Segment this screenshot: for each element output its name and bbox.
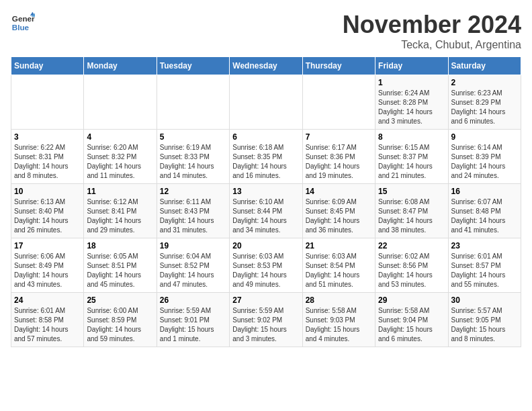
- calendar-cell: 22Sunrise: 6:02 AM Sunset: 8:56 PM Dayli…: [375, 238, 448, 293]
- day-number: 13: [232, 187, 299, 196]
- day-number: 20: [232, 241, 299, 250]
- day-number: 24: [14, 295, 81, 305]
- calendar-cell: 3Sunrise: 6:22 AM Sunset: 8:31 PM Daylig…: [11, 130, 84, 184]
- calendar-cell: 4Sunrise: 6:20 AM Sunset: 8:32 PM Daylig…: [84, 130, 157, 184]
- day-detail: Sunrise: 6:06 AM Sunset: 8:49 PM Dayligh…: [14, 252, 81, 289]
- day-number: 11: [87, 187, 153, 196]
- svg-text:Blue: Blue: [12, 23, 30, 32]
- day-detail: Sunrise: 6:14 AM Sunset: 8:39 PM Dayligh…: [451, 143, 518, 181]
- logo: General Blue: [11, 11, 35, 35]
- day-detail: Sunrise: 6:13 AM Sunset: 8:40 PM Dayligh…: [14, 197, 81, 235]
- day-detail: Sunrise: 6:24 AM Sunset: 8:28 PM Dayligh…: [378, 89, 445, 126]
- day-detail: Sunrise: 6:12 AM Sunset: 8:41 PM Dayligh…: [87, 197, 153, 235]
- day-number: 2: [451, 78, 518, 87]
- calendar-week-row: 24Sunrise: 6:01 AM Sunset: 8:58 PM Dayli…: [11, 293, 521, 347]
- day-number: 16: [451, 187, 518, 196]
- day-detail: Sunrise: 6:23 AM Sunset: 8:29 PM Dayligh…: [451, 89, 518, 126]
- calendar-cell: 30Sunrise: 5:57 AM Sunset: 9:05 PM Dayli…: [448, 293, 521, 347]
- day-detail: Sunrise: 6:22 AM Sunset: 8:31 PM Dayligh…: [14, 143, 81, 181]
- day-detail: Sunrise: 6:00 AM Sunset: 8:59 PM Dayligh…: [87, 306, 153, 344]
- calendar-cell: 2Sunrise: 6:23 AM Sunset: 8:29 PM Daylig…: [448, 75, 521, 130]
- calendar-cell: 10Sunrise: 6:13 AM Sunset: 8:40 PM Dayli…: [11, 184, 84, 238]
- weekday-header: Friday: [375, 57, 448, 75]
- day-detail: Sunrise: 6:17 AM Sunset: 8:36 PM Dayligh…: [306, 143, 372, 181]
- calendar-week-row: 3Sunrise: 6:22 AM Sunset: 8:31 PM Daylig…: [11, 130, 521, 184]
- logo-icon: General Blue: [11, 11, 35, 35]
- calendar-cell: 25Sunrise: 6:00 AM Sunset: 8:59 PM Dayli…: [84, 293, 157, 347]
- day-number: 17: [14, 241, 81, 250]
- calendar-cell: [302, 75, 375, 130]
- calendar-cell: 1Sunrise: 6:24 AM Sunset: 8:28 PM Daylig…: [375, 75, 448, 130]
- day-number: 15: [378, 187, 445, 196]
- day-number: 21: [306, 241, 372, 250]
- day-number: 23: [451, 241, 518, 250]
- day-detail: Sunrise: 5:57 AM Sunset: 9:05 PM Dayligh…: [451, 306, 518, 344]
- day-number: 29: [378, 295, 445, 305]
- calendar-cell: 5Sunrise: 6:19 AM Sunset: 8:33 PM Daylig…: [157, 130, 229, 184]
- day-number: 10: [14, 187, 81, 196]
- day-number: 4: [87, 132, 153, 142]
- calendar-cell: 28Sunrise: 5:58 AM Sunset: 9:03 PM Dayli…: [302, 293, 375, 347]
- calendar-cell: 18Sunrise: 6:05 AM Sunset: 8:51 PM Dayli…: [84, 238, 157, 293]
- day-detail: Sunrise: 5:59 AM Sunset: 9:01 PM Dayligh…: [160, 306, 226, 344]
- day-detail: Sunrise: 6:11 AM Sunset: 8:43 PM Dayligh…: [160, 197, 226, 235]
- calendar-cell: [230, 75, 302, 130]
- month-title: November 2024: [343, 11, 521, 39]
- day-number: 7: [306, 132, 372, 142]
- day-detail: Sunrise: 6:09 AM Sunset: 8:45 PM Dayligh…: [306, 197, 372, 235]
- day-number: 9: [451, 132, 518, 142]
- day-detail: Sunrise: 6:20 AM Sunset: 8:32 PM Dayligh…: [87, 143, 153, 181]
- calendar-cell: 13Sunrise: 6:10 AM Sunset: 8:44 PM Dayli…: [230, 184, 302, 238]
- weekday-header: Monday: [84, 57, 157, 75]
- day-detail: Sunrise: 6:01 AM Sunset: 8:58 PM Dayligh…: [14, 306, 81, 344]
- calendar-header: SundayMondayTuesdayWednesdayThursdayFrid…: [11, 57, 521, 75]
- calendar-cell: 6Sunrise: 6:18 AM Sunset: 8:35 PM Daylig…: [230, 130, 302, 184]
- weekday-header: Tuesday: [157, 57, 229, 75]
- day-detail: Sunrise: 6:15 AM Sunset: 8:37 PM Dayligh…: [378, 143, 445, 181]
- day-detail: Sunrise: 5:58 AM Sunset: 9:04 PM Dayligh…: [378, 306, 445, 344]
- day-number: 27: [232, 295, 299, 305]
- calendar-cell: 12Sunrise: 6:11 AM Sunset: 8:43 PM Dayli…: [157, 184, 229, 238]
- calendar-cell: 20Sunrise: 6:03 AM Sunset: 8:53 PM Dayli…: [230, 238, 302, 293]
- day-number: 19: [160, 241, 226, 250]
- calendar-cell: 27Sunrise: 5:59 AM Sunset: 9:02 PM Dayli…: [230, 293, 302, 347]
- day-detail: Sunrise: 6:03 AM Sunset: 8:53 PM Dayligh…: [232, 252, 299, 289]
- day-detail: Sunrise: 6:18 AM Sunset: 8:35 PM Dayligh…: [232, 143, 299, 181]
- calendar-cell: 26Sunrise: 5:59 AM Sunset: 9:01 PM Dayli…: [157, 293, 229, 347]
- calendar-cell: 29Sunrise: 5:58 AM Sunset: 9:04 PM Dayli…: [375, 293, 448, 347]
- calendar-cell: 19Sunrise: 6:04 AM Sunset: 8:52 PM Dayli…: [157, 238, 229, 293]
- day-number: 6: [232, 132, 299, 142]
- location-title: Tecka, Chubut, Argentina: [343, 39, 521, 51]
- calendar-cell: [11, 75, 84, 130]
- weekday-header-row: SundayMondayTuesdayWednesdayThursdayFrid…: [11, 57, 521, 75]
- calendar-cell: 15Sunrise: 6:08 AM Sunset: 8:47 PM Dayli…: [375, 184, 448, 238]
- day-number: 30: [451, 295, 518, 305]
- calendar-week-row: 10Sunrise: 6:13 AM Sunset: 8:40 PM Dayli…: [11, 184, 521, 238]
- weekday-header: Saturday: [448, 57, 521, 75]
- day-detail: Sunrise: 6:10 AM Sunset: 8:44 PM Dayligh…: [232, 197, 299, 235]
- day-detail: Sunrise: 6:03 AM Sunset: 8:54 PM Dayligh…: [306, 252, 372, 289]
- calendar-cell: [157, 75, 229, 130]
- day-detail: Sunrise: 6:19 AM Sunset: 8:33 PM Dayligh…: [160, 143, 226, 181]
- day-number: 22: [378, 241, 445, 250]
- day-detail: Sunrise: 6:05 AM Sunset: 8:51 PM Dayligh…: [87, 252, 153, 289]
- day-number: 25: [87, 295, 153, 305]
- calendar-cell: 21Sunrise: 6:03 AM Sunset: 8:54 PM Dayli…: [302, 238, 375, 293]
- calendar-cell: 8Sunrise: 6:15 AM Sunset: 8:37 PM Daylig…: [375, 130, 448, 184]
- day-number: 8: [378, 132, 445, 142]
- calendar-cell: 7Sunrise: 6:17 AM Sunset: 8:36 PM Daylig…: [302, 130, 375, 184]
- weekday-header: Thursday: [302, 57, 375, 75]
- calendar-week-row: 1Sunrise: 6:24 AM Sunset: 8:28 PM Daylig…: [11, 75, 521, 130]
- calendar-week-row: 17Sunrise: 6:06 AM Sunset: 8:49 PM Dayli…: [11, 238, 521, 293]
- calendar-cell: [84, 75, 157, 130]
- day-number: 1: [378, 78, 445, 87]
- day-number: 26: [160, 295, 226, 305]
- day-number: 5: [160, 132, 226, 142]
- day-detail: Sunrise: 6:01 AM Sunset: 8:57 PM Dayligh…: [451, 252, 518, 289]
- weekday-header: Sunday: [11, 57, 84, 75]
- day-detail: Sunrise: 6:04 AM Sunset: 8:52 PM Dayligh…: [160, 252, 226, 289]
- day-number: 28: [306, 295, 372, 305]
- day-number: 14: [306, 187, 372, 196]
- weekday-header: Wednesday: [230, 57, 302, 75]
- day-detail: Sunrise: 5:58 AM Sunset: 9:03 PM Dayligh…: [306, 306, 372, 344]
